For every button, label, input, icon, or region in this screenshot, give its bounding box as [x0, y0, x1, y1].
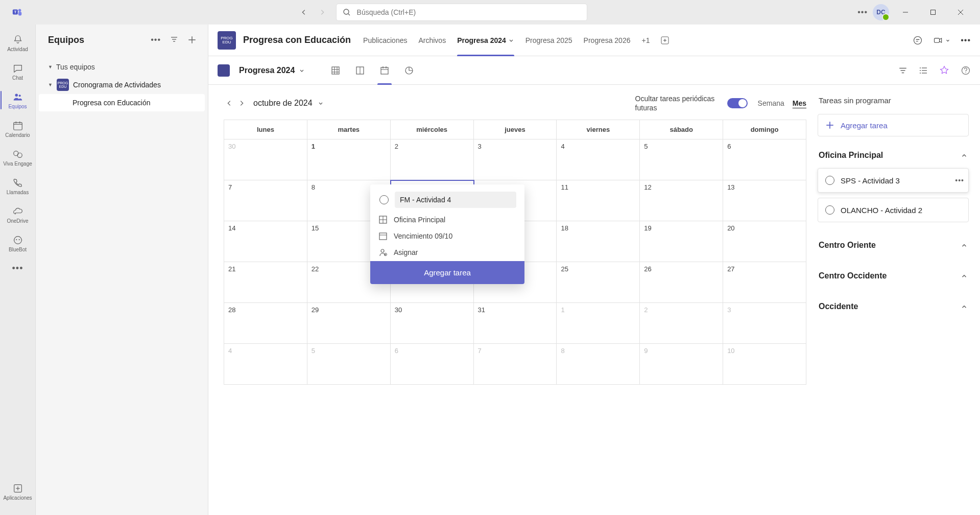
day-cell[interactable]: 7 — [224, 180, 307, 221]
search-input-container[interactable] — [337, 4, 587, 20]
day-cell[interactable]: 6 — [391, 344, 474, 385]
filter-icon[interactable] — [170, 35, 178, 44]
day-cell[interactable]: 4 — [224, 344, 307, 385]
meet-icon[interactable] — [933, 35, 950, 45]
schedule-view-icon[interactable] — [379, 65, 390, 76]
tab-progresa-2026[interactable]: Progresa 2026 — [584, 25, 631, 56]
search-input[interactable] — [357, 8, 581, 16]
bucket-header[interactable]: Centro Oriente — [818, 238, 969, 253]
task-more-icon[interactable]: ••• — [955, 176, 964, 184]
day-cell[interactable]: 25 — [557, 262, 640, 303]
svg-point-18 — [14, 236, 21, 244]
add-tab-button[interactable] — [661, 25, 669, 56]
due-label[interactable]: Vencimiento 09/10 — [394, 232, 452, 240]
day-cell[interactable]: 31 — [474, 303, 557, 344]
day-cell[interactable]: 19 — [640, 221, 723, 262]
rail-bluebot[interactable]: BlueBot — [1, 229, 35, 258]
day-cell[interactable]: 10 — [723, 344, 806, 385]
next-month-button[interactable] — [236, 98, 247, 109]
rail-onedrive[interactable]: OneDrive — [1, 200, 35, 229]
add-task-submit-button[interactable]: Agregar tarea — [370, 261, 524, 284]
day-cell[interactable]: 20 — [723, 221, 806, 262]
rail-chat[interactable]: Chat — [1, 57, 35, 86]
channel-row[interactable]: Progresa con Educación — [39, 94, 205, 111]
day-cell[interactable]: 2 — [391, 139, 474, 180]
tab-progresa-2024[interactable]: Progresa 2024 — [457, 25, 514, 56]
day-cell[interactable]: 27 — [723, 262, 806, 303]
task-complete-circle[interactable] — [825, 205, 834, 215]
minimize-button[interactable] — [894, 4, 917, 20]
hide-recurring-toggle[interactable] — [727, 98, 748, 108]
day-cell[interactable]: 1 — [557, 303, 640, 344]
day-cell[interactable]: 2 — [640, 303, 723, 344]
day-cell[interactable]: 30 — [391, 303, 474, 344]
month-picker[interactable]: octubre de 2024 — [253, 99, 324, 108]
grid-view-icon[interactable] — [330, 65, 341, 76]
bucket-label[interactable]: Oficina Principal — [394, 216, 445, 224]
close-button[interactable] — [949, 4, 972, 20]
assign-label[interactable]: Asignar — [394, 248, 418, 256]
tab-files[interactable]: Archivos — [418, 25, 446, 56]
day-cell[interactable]: 5 — [307, 344, 391, 385]
rail-apps[interactable]: Aplicaciones — [1, 477, 35, 506]
day-cell[interactable]: 30 — [224, 139, 307, 180]
avatar[interactable]: DC — [873, 4, 889, 20]
month-view-button[interactable]: Mes — [793, 99, 806, 107]
more-icon[interactable]: ••• — [151, 35, 161, 44]
day-cell[interactable]: 21 — [224, 262, 307, 303]
tab-progresa-2025[interactable]: Progresa 2025 — [525, 25, 572, 56]
add-team-icon[interactable] — [187, 35, 197, 44]
day-cell[interactable]: 28 — [224, 303, 307, 344]
rail-calls[interactable]: Llamadas — [1, 172, 35, 200]
prev-month-button[interactable] — [224, 98, 235, 109]
maximize-button[interactable] — [922, 4, 944, 20]
day-cell[interactable]: 3 — [723, 303, 806, 344]
day-cell[interactable]: 29 — [307, 303, 391, 344]
day-cell[interactable]: 18 — [557, 221, 640, 262]
task-card[interactable]: OLANCHO - Actividad 2 — [818, 198, 969, 222]
day-cell[interactable]: 12 — [640, 180, 723, 221]
premium-icon[interactable] — [939, 65, 949, 76]
day-cell[interactable]: 4 — [557, 139, 640, 180]
day-cell[interactable]: 1 — [307, 139, 391, 180]
day-cell[interactable]: 14 — [224, 221, 307, 262]
nav-back-button[interactable] — [296, 4, 312, 20]
board-view-icon[interactable] — [355, 65, 365, 76]
day-cell[interactable]: 13 — [723, 180, 806, 221]
day-cell[interactable]: 9 — [640, 344, 723, 385]
help-icon[interactable] — [961, 65, 971, 76]
more-icon[interactable]: ••• — [857, 8, 868, 17]
rail-calendar[interactable]: Calendario — [1, 114, 35, 143]
rail-activity[interactable]: Actividad — [1, 29, 35, 57]
day-cell[interactable]: 5 — [640, 139, 723, 180]
day-cell[interactable]: 8 — [557, 344, 640, 385]
filter-icon[interactable] — [898, 66, 907, 75]
your-teams-row[interactable]: ▼Tus equipos — [39, 58, 205, 76]
team-row[interactable]: ▼ PROGEDU Cronograma de Actividades — [39, 76, 205, 94]
bucket-header[interactable]: Centro Occidente — [818, 268, 969, 284]
bucket-header[interactable]: Oficina Principal — [818, 148, 969, 163]
rail-more[interactable]: ••• — [1, 258, 35, 278]
day-cell[interactable]: 11 — [557, 180, 640, 221]
tab-more[interactable]: +1 — [641, 25, 650, 56]
task-card[interactable]: SPS - Actividad 3••• — [818, 168, 969, 193]
task-complete-circle[interactable] — [825, 176, 834, 185]
week-view-button[interactable]: Semana — [758, 99, 784, 107]
nav-forward-button[interactable] — [314, 4, 330, 20]
day-cell[interactable]: 7 — [474, 344, 557, 385]
add-task-button[interactable]: Agregar tarea — [818, 114, 969, 136]
list-icon[interactable] — [919, 66, 928, 75]
task-name-input[interactable]: FM - Actividad 4 — [395, 192, 516, 208]
conversation-icon[interactable] — [913, 35, 923, 45]
day-cell[interactable]: 26 — [640, 262, 723, 303]
bucket-header[interactable]: Occidente — [818, 299, 969, 314]
rail-viva[interactable]: Viva Engage — [1, 143, 35, 172]
chart-view-icon[interactable] — [404, 65, 414, 76]
more-icon[interactable]: ••• — [961, 36, 971, 45]
tab-posts[interactable]: Publicaciones — [363, 25, 407, 56]
day-cell[interactable]: 3 — [474, 139, 557, 180]
chevron-down-icon[interactable] — [299, 67, 305, 74]
task-complete-circle[interactable] — [379, 195, 389, 204]
rail-teams[interactable]: Equipos — [1, 86, 35, 114]
day-cell[interactable]: 6 — [723, 139, 806, 180]
